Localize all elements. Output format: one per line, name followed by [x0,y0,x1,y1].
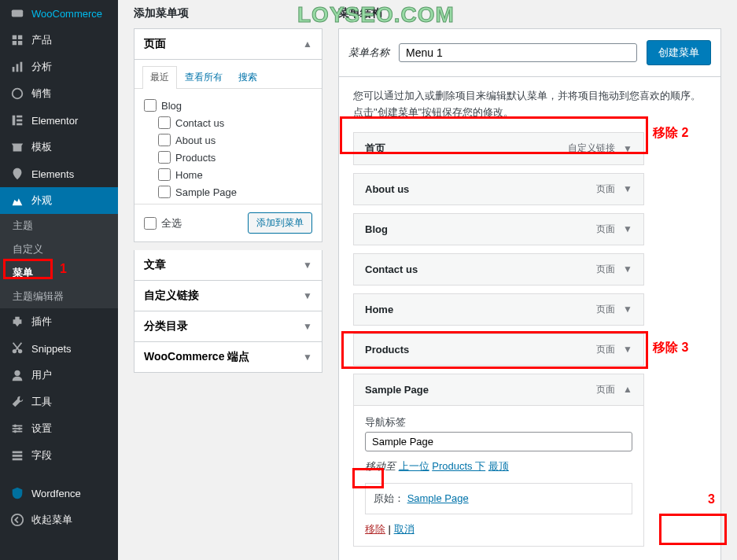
pages-panel: 页面▲ 最近 查看所有 搜索 Blog Contact us About us … [134,28,322,242]
svg-rect-19 [13,455,23,457]
checkbox-blog[interactable] [144,99,157,112]
chevron-down-icon[interactable]: ▼ [623,263,632,274]
pages-checklist: Blog Contact us About us Products Home S… [135,89,322,204]
menu-item-about[interactable]: About us页面▼ [353,173,644,205]
chevron-up-icon[interactable]: ▲ [623,384,632,395]
svg-point-4 [13,89,23,99]
menu-item-products[interactable]: Products页面▼ [353,333,644,366]
pages-panel-header[interactable]: 页面▲ [135,29,322,60]
sidebar-label: 模板 [31,140,52,154]
chevron-down-icon[interactable]: ▼ [623,223,632,234]
wordfence-icon [9,485,25,501]
sidebar-item-users[interactable]: 用户 [0,362,118,389]
menu-item-home-custom[interactable]: 首页自定义链接▼ [353,132,644,165]
menu-item-contact[interactable]: Contact us页面▼ [353,253,644,286]
move-up-link[interactable]: 上一位 [399,460,429,472]
sidebar-item-elements[interactable]: Elements [0,160,118,187]
sidebar-item-sales[interactable]: 销售 [0,80,118,107]
svg-point-11 [14,370,20,376]
accordion-custom-links[interactable]: 自定义链接▼ [134,281,322,311]
settings-icon [9,421,25,437]
sidebar-label: 字段 [31,448,52,462]
add-to-menu-button[interactable]: 添加到菜单 [248,212,312,234]
submenu-themes[interactable]: 主题 [0,214,118,238]
chevron-down-icon[interactable]: ▼ [623,183,632,194]
panel-title: 页面 [144,37,166,51]
page-label: Products [175,152,216,164]
submenu-theme-editor[interactable]: 主题编辑器 [0,285,118,308]
checkbox-about[interactable] [158,134,171,146]
woocommerce-icon [9,6,25,21]
sidebar-item-collapse[interactable]: 收起菜单 [0,507,118,533]
tab-recent[interactable]: 最近 [142,66,177,89]
accordion-title: 分类目录 [144,319,188,333]
svg-rect-3 [20,62,23,72]
help-text: 您可以通过加入或删除项目来编辑默认菜单，并将项目拖动到您喜欢的顺序。点击"创建菜… [353,88,706,121]
select-all-checkbox[interactable] [144,217,157,230]
sidebar-item-products[interactable]: 产品 [0,27,118,53]
menu-item-home[interactable]: Home页面▼ [353,293,644,326]
submenu-customize[interactable]: 自定义 [0,238,118,261]
menu-item-type: 页面 [596,343,615,356]
sidebar-item-fields[interactable]: 字段 [0,442,118,469]
menu-name-input[interactable] [399,43,637,62]
watermark-text: LOYSEO.COM [297,2,455,28]
accordion-categories[interactable]: 分类目录▼ [134,311,322,342]
cancel-link[interactable]: 取消 [394,523,415,535]
sidebar-item-analytics[interactable]: 分析 [0,53,118,80]
users-icon [9,367,25,383]
svg-rect-6 [17,116,22,118]
sidebar-item-plugins[interactable]: 插件 [0,308,118,335]
menu-structure-panel: 您可以通过加入或删除项目来编辑默认菜单，并将项目拖动到您喜欢的顺序。点击"创建菜… [338,77,721,560]
sidebar-label: 收起菜单 [31,513,72,527]
menu-item-sample[interactable]: Sample Page页面▲ [353,374,644,406]
menu-item-title: Products [365,344,409,356]
svg-rect-0 [12,10,23,17]
sidebar-label: Wordfence [31,488,81,499]
checkbox-home[interactable] [158,168,171,181]
sidebar-item-settings[interactable]: 设置 [0,415,118,442]
checkbox-sample[interactable] [158,186,171,198]
sidebar-item-wordfence[interactable]: Wordfence [0,480,118,507]
tools-icon [9,394,25,410]
snippets-icon [9,341,25,356]
chevron-down-icon[interactable]: ▼ [623,143,632,154]
original-link[interactable]: Sample Page [407,492,469,504]
accordion-posts[interactable]: 文章▼ [134,250,322,281]
sidebar-item-woocommerce[interactable]: WooCommerce [0,0,118,27]
move-label: 移动至 [365,460,396,472]
select-all-label: 全选 [161,216,182,230]
submenu-menus[interactable]: 菜单 [0,261,118,285]
remove-link[interactable]: 移除 [365,523,385,535]
pages-tabs: 最近 查看所有 搜索 [135,60,322,89]
accordion-woocommerce[interactable]: WooCommerce 端点▼ [134,342,322,373]
menu-item-type: 页面 [596,182,615,196]
move-top-link[interactable]: 最顶 [488,460,509,472]
chevron-down-icon[interactable]: ▼ [623,344,632,355]
sidebar-item-elementor[interactable]: Elementor [0,107,118,134]
create-menu-button-top[interactable]: 创建菜单 [647,40,711,65]
sidebar-item-appearance[interactable]: 外观 [0,187,118,214]
svg-rect-20 [13,459,23,461]
menu-item-title: Sample Page [365,384,429,396]
move-under-link[interactable]: Products 下 [432,460,485,472]
sidebar-item-tools[interactable]: 工具 [0,389,118,415]
templates-icon [9,139,25,155]
svg-point-21 [12,514,23,525]
tab-view-all[interactable]: 查看所有 [177,66,230,88]
sidebar-label: 外观 [31,193,52,208]
sidebar-label: 设置 [31,422,52,436]
checkbox-contact[interactable] [158,116,171,129]
admin-sidebar: WooCommerce 产品 分析 销售 Elementor 模板 Elemen… [0,0,118,560]
checkbox-products[interactable] [158,151,171,164]
svg-rect-1 [13,67,15,72]
sidebar-item-snippets[interactable]: Snippets [0,335,118,362]
accordion-title: 文章 [144,258,166,272]
tab-search[interactable]: 搜索 [230,66,265,88]
menu-item-blog[interactable]: Blog页面▼ [353,213,644,245]
chevron-down-icon[interactable]: ▼ [623,304,632,315]
svg-rect-2 [17,64,19,72]
sidebar-item-templates[interactable]: 模板 [0,134,118,160]
nav-label-input[interactable] [365,432,632,451]
menu-item-sample-body: 导航标签 移动至 上一位 Products 下 最顶 原始： Sample Pa… [353,406,644,547]
